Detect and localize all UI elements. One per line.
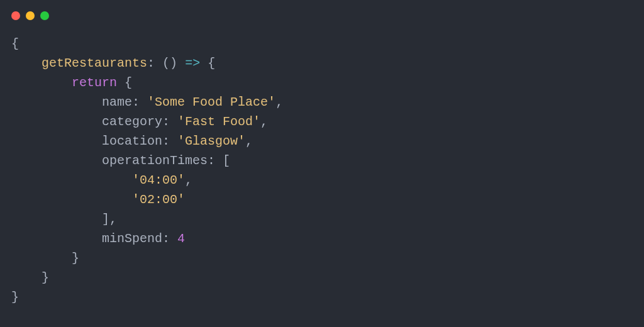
arrow-op: => — [185, 56, 200, 70]
prop-val-category: 'Fast Food' — [177, 114, 260, 129]
close-icon[interactable] — [11, 11, 20, 20]
minimize-icon[interactable] — [26, 11, 35, 20]
prop-key-category: category — [102, 114, 162, 129]
comma: , — [260, 114, 268, 129]
brace-close: } — [11, 290, 19, 304]
comma: , — [185, 173, 192, 187]
code-block: { getRestaurants: () => { return { name:… — [0, 20, 644, 307]
comma: , — [109, 212, 117, 226]
colon: : — [132, 95, 140, 109]
prop-key-operationtimes: operationTimes — [102, 153, 208, 168]
comma: , — [275, 95, 283, 109]
function-name: getRestaurants — [42, 56, 147, 70]
window-titlebar — [0, 0, 644, 20]
brace-open: { — [125, 75, 132, 90]
brace-open: { — [208, 56, 215, 70]
brace-open: { — [11, 36, 19, 51]
op-time-0: '04:00' — [132, 173, 185, 187]
prop-key-name: name — [102, 95, 132, 109]
zoom-icon[interactable] — [40, 11, 49, 20]
prop-val-location: 'Glasgow' — [177, 134, 245, 148]
prop-val-name: 'Some Food Place' — [147, 95, 275, 109]
paren-open: ( — [162, 56, 170, 70]
return-keyword: return — [72, 75, 117, 90]
brace-close: } — [42, 270, 49, 285]
comma: , — [245, 134, 253, 148]
colon: : — [162, 231, 170, 246]
colon: : — [162, 114, 170, 129]
colon: : — [162, 134, 170, 148]
colon: : — [147, 56, 155, 70]
brace-close: } — [72, 251, 79, 265]
paren-close: ) — [170, 56, 177, 70]
prop-val-minspend: 4 — [177, 231, 185, 246]
prop-key-minspend: minSpend — [102, 231, 162, 246]
prop-key-location: location — [102, 134, 162, 148]
bracket-close: ] — [102, 212, 109, 226]
op-time-1: '02:00' — [132, 192, 185, 207]
colon: : — [208, 153, 215, 168]
bracket-open: [ — [223, 153, 230, 168]
